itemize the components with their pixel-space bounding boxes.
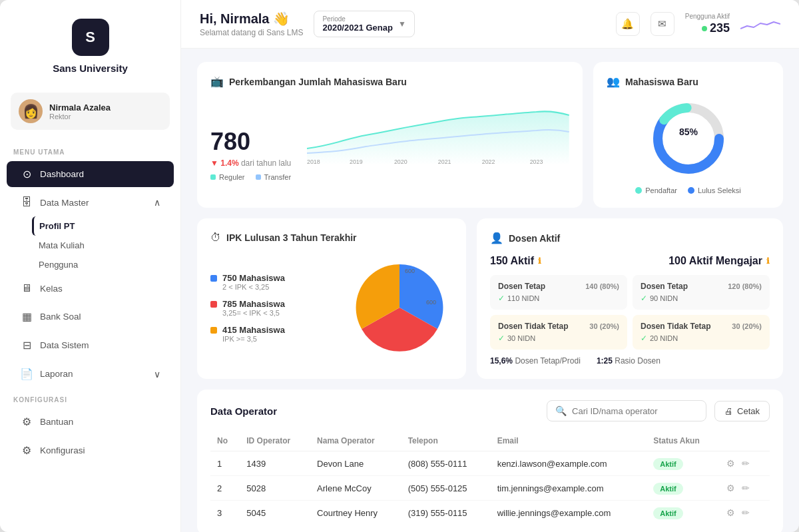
cell-id: 1439 [240, 451, 310, 476]
data-master-icon: 🗄 [20, 196, 33, 208]
card-title: IPK Lulusan 3 Tahun Terakhir [226, 232, 357, 243]
cell-email: kenzi.lawson@example.com [491, 451, 647, 476]
chart-icon: 📺 [210, 75, 224, 88]
sidebar-item-label: Kelas [40, 284, 63, 294]
reguler-dot [210, 174, 216, 180]
dosen-aktif: 150 Aktif ℹ [490, 255, 541, 267]
card-header: 📺 Perkembangan Jumlah Mahasiswa Baru [210, 75, 569, 88]
print-button[interactable]: 🖨 Cetak [714, 401, 770, 421]
user-card[interactable]: 👩 Nirmala Azalea Rektor [11, 93, 170, 130]
sidebar-item-bantuan[interactable]: ⚙ Bantuan [7, 409, 174, 435]
sidebar-item-konfigurasi[interactable]: ⚙ Konfigurasi [7, 437, 174, 463]
sidebar-item-label: Bantuan [40, 417, 73, 427]
svg-text:85%: 85% [678, 127, 698, 137]
table-title: Data Operator [210, 405, 277, 417]
dosen-card-item: Dosen Tidak Tetap 30 (20%) ✓ 20 NIDN [633, 315, 770, 350]
ipk-item: 785 Mahasiswa 3,25= < IPK < 3,5 [210, 299, 336, 317]
edit-action-icon[interactable]: ✏ [742, 483, 750, 493]
table-section: Data Operator 🔍 🖨 Cetak [197, 390, 783, 532]
dosen-header: 150 Aktif ℹ 100 Aktif Mengajar ℹ [490, 255, 770, 267]
mail-button[interactable]: ✉ [651, 12, 674, 36]
stat-change: ▼ 1.4% dari tahun lalu [210, 158, 291, 168]
ipk-item: 750 Mahasiswa 2 < IPK < 3,25 [210, 273, 336, 291]
user-name: Nirmala Azalea [49, 103, 111, 113]
gear-action-icon[interactable]: ⚙ [726, 507, 735, 518]
sidebar-logo: S Sans University [0, 0, 180, 87]
ipk-dot-yellow [210, 327, 217, 334]
mahasiswa-chart-card: 📺 Perkembangan Jumlah Mahasiswa Baru 780… [197, 62, 583, 208]
sidebar-item-label: Laporan [40, 369, 73, 379]
svg-text:2019: 2019 [350, 158, 363, 165]
sidebar-item-kelas[interactable]: 🖥 Kelas [7, 276, 174, 301]
data-sistem-icon: ⊟ [20, 339, 33, 352]
sub-item-mata-kuliah[interactable]: Mata Kuliah [32, 236, 180, 255]
cell-name: Devon Lane [310, 451, 401, 476]
check-icon: ✓ [498, 294, 505, 303]
col-id: ID Operator [240, 431, 310, 451]
cell-phone: (808) 555-0111 [401, 451, 491, 476]
donut-legend: Pendaftar Lulus Seleksi [635, 186, 741, 194]
gear-action-icon[interactable]: ⚙ [726, 483, 735, 493]
sidebar-item-laporan[interactable]: 📄 Laporan ∨ [7, 361, 174, 387]
sub-item-pengguna[interactable]: Pengguna [32, 255, 180, 274]
sidebar-item-data-master[interactable]: 🗄 Data Master ∧ [7, 190, 174, 215]
sidebar-item-bank-soal[interactable]: ▦ Bank Soal [7, 304, 174, 330]
sub-item-profil-pt[interactable]: Profil PT [32, 216, 180, 236]
search-box[interactable]: 🔍 [547, 400, 706, 421]
ipk-content: 750 Mahasiswa 2 < IPK < 3,25 785 Mahasis… [210, 254, 453, 361]
svg-text:600: 600 [405, 268, 415, 274]
sidebar-item-label: Dashboard [40, 169, 84, 179]
dosen-icon: 👤 [490, 232, 503, 244]
bantuan-icon: ⚙ [20, 415, 33, 428]
svg-text:2023: 2023 [530, 158, 543, 165]
dosen-card: 👤 Dosen Aktif 150 Aktif ℹ 100 Aktif Meng… [477, 218, 783, 379]
cell-email: tim.jennings@example.com [491, 476, 647, 501]
edit-action-icon[interactable]: ✏ [742, 507, 750, 518]
app-container: S Sans University 👩 Nirmala Azalea Rekto… [0, 0, 799, 532]
transfer-dot [256, 174, 261, 180]
notification-button[interactable]: 🔔 [616, 12, 640, 36]
dosen-mengajar: 100 Aktif Mengajar ℹ [668, 255, 770, 267]
edit-action-icon[interactable]: ✏ [742, 458, 750, 469]
search-input[interactable] [572, 406, 698, 416]
ipk-item: 415 Mahasiswa IPK >= 3,5 [210, 325, 336, 343]
sidebar-item-data-sistem[interactable]: ⊟ Data Sistem [7, 332, 174, 358]
table-row: 2 5028 Arlene McCoy (505) 555-0125 tim.j… [210, 476, 770, 501]
active-users: Pengguna Aktif 235 [685, 13, 730, 35]
chevron-icon: ∧ [154, 197, 160, 208]
ipk-dot-red [210, 301, 217, 308]
sidebar-item-dashboard[interactable]: ⊙ Dashboard [7, 161, 174, 187]
table-header: Data Operator 🔍 🖨 Cetak [210, 400, 770, 421]
stat-number: 780 [210, 128, 291, 156]
gear-action-icon[interactable]: ⚙ [726, 458, 735, 469]
greeting: Hi, Nirmala 👋 [200, 11, 303, 27]
svg-text:2020: 2020 [394, 158, 407, 165]
clock-icon: ⏱ [210, 232, 221, 244]
periode-label: Periode [322, 15, 393, 23]
periode-select[interactable]: Periode 2020/2021 Genap ▼ [314, 11, 414, 37]
main-content: Hi, Nirmala 👋 Selamat datang di Sans LMS… [181, 0, 799, 532]
table-header-row: No ID Operator Nama Operator Telepon Ema… [210, 431, 770, 451]
sidebar: S Sans University 👩 Nirmala Azalea Rekto… [0, 0, 181, 532]
sidebar-item-label: Data Sistem [40, 340, 89, 350]
chart-legend: Reguler Transfer [210, 173, 569, 181]
info-icon: ℹ [538, 256, 541, 266]
cell-status: Aktif [647, 476, 720, 501]
donut-container: 85% Pendaftar Lulus Seleksi [607, 99, 770, 194]
svg-text:600: 600 [426, 299, 436, 306]
row2: ⏱ IPK Lulusan 3 Tahun Terakhir 750 Mahas… [197, 218, 783, 379]
pendaftar-dot [635, 187, 642, 194]
svg-text:2022: 2022 [482, 158, 495, 165]
table-row: 3 5045 Courtney Henry (319) 555-0115 wil… [210, 501, 770, 525]
card-header: 👤 Dosen Aktif [490, 232, 770, 244]
cell-status: Aktif [647, 451, 720, 476]
table-row: 1 1439 Devon Lane (808) 555-0111 kenzi.l… [210, 451, 770, 476]
svg-text:2021: 2021 [438, 158, 451, 165]
dosen-card-item: Dosen Tidak Tetap 30 (20%) ✓ 30 NIDN [490, 315, 627, 350]
line-chart-area: 2018 2019 2020 2021 2022 2023 [307, 99, 569, 168]
cell-email: willie.jennings@example.com [491, 501, 647, 525]
cell-actions: ⚙ ✏ [720, 501, 770, 525]
university-name: Sans University [53, 63, 128, 74]
operator-table: No ID Operator Nama Operator Telepon Ema… [210, 431, 770, 525]
dropdown-chevron-icon: ▼ [398, 19, 406, 29]
